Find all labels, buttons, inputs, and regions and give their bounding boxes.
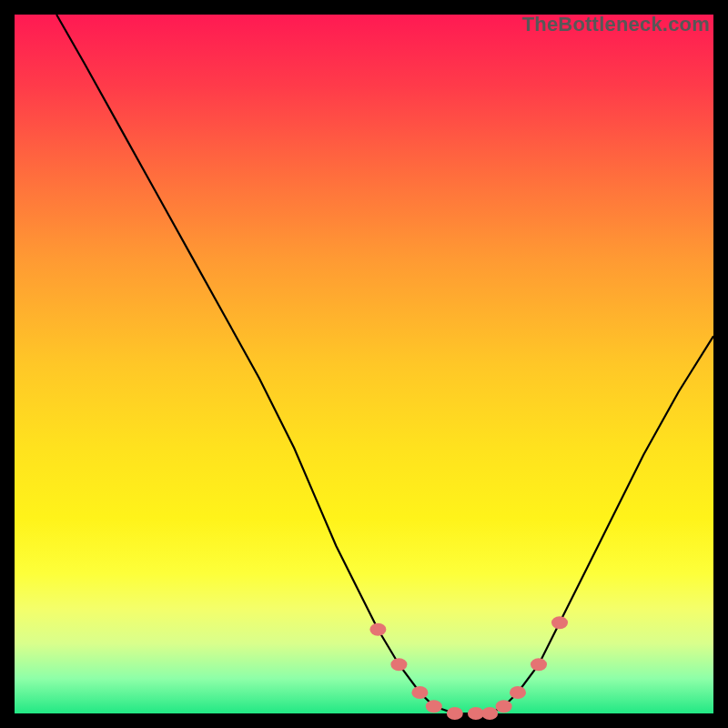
curve-marker — [496, 700, 512, 713]
curve-marker — [369, 623, 386, 636]
chart-overlay — [15, 15, 713, 713]
curve-marker — [447, 707, 463, 720]
watermark-text: TheBottleneck.com — [522, 13, 710, 36]
curve-marker — [551, 616, 568, 629]
chart-frame: TheBottleneck.com — [15, 15, 713, 713]
curve-marker — [426, 700, 442, 713]
curve-marker — [411, 686, 428, 699]
curve-marker — [510, 686, 526, 699]
curve-markers — [369, 616, 568, 720]
curve-marker — [531, 658, 547, 671]
curve-marker — [481, 707, 498, 720]
curve-marker — [390, 658, 407, 671]
bottleneck-curve — [56, 15, 713, 713]
